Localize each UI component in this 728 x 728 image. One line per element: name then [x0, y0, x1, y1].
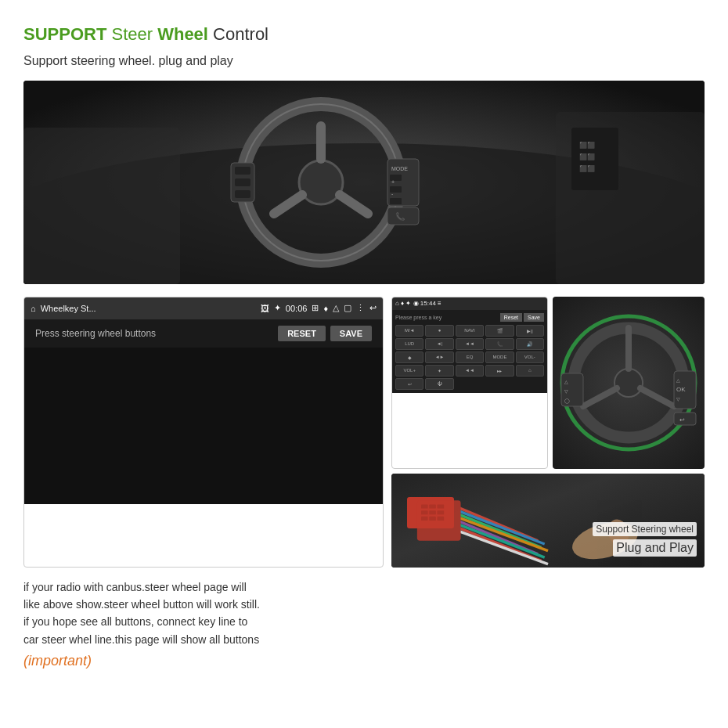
desc-line2: like above show.steer wheel button will …: [23, 598, 260, 611]
svg-text:⬛⬛: ⬛⬛: [579, 141, 595, 149]
grid-btn-shuffle[interactable]: ◄►: [425, 351, 453, 363]
title-wheel: Wheel: [157, 24, 208, 44]
grid-btn-eq[interactable]: EQ: [456, 351, 484, 363]
bluetooth-icon: ✦: [274, 303, 281, 313]
grid-btn-video[interactable]: 🎬: [485, 325, 514, 337]
svg-text:⬛⬛: ⬛⬛: [579, 164, 595, 172]
right-reset-button[interactable]: Reset: [500, 313, 522, 322]
svg-text:▽: ▽: [676, 397, 680, 402]
android-app-content: Press steering wheel buttons RESET SAVE: [24, 319, 383, 348]
home-icon: ⌂: [31, 304, 36, 313]
volume-icon: ♦: [323, 304, 328, 313]
bottom-section: ⌂ Wheelkey St... 🖼 ✦ 00:06 ⊞ ♦ △ ▢ ⋮ ↩ P…: [23, 297, 705, 568]
steering-circle-photo: △ OK ▽ ↩ △ ▽ ◯: [553, 297, 705, 469]
svg-text:↩: ↩: [679, 416, 685, 423]
svg-rect-11: [235, 178, 250, 186]
description-text: if your radio with canbus.steer wheel pa…: [23, 578, 384, 649]
left-android-panel: ⌂ Wheelkey St... 🖼 ✦ 00:06 ⊞ ♦ △ ▢ ⋮ ↩ P…: [23, 297, 384, 568]
app-title: Wheelkey St...: [41, 304, 256, 313]
svg-rect-57: [438, 510, 445, 514]
right-status-bar: ⌂ ♦ ✦ ◉ 15:44 ≡: [392, 297, 547, 310]
grid-btn-vol-up[interactable]: VOL+: [395, 365, 423, 377]
grid-btn-circle[interactable]: ●: [425, 325, 453, 337]
svg-text:◯: ◯: [564, 398, 570, 404]
back-icon: ↩: [369, 303, 377, 313]
svg-text:⬛⬛: ⬛⬛: [579, 153, 595, 160]
svg-rect-56: [429, 510, 436, 514]
function-button-grid: M/◄ ● NAVI 🎬 ▶|| LUD ◄| ◄◄ 📞 🔊 ◆ ◄►: [395, 325, 544, 390]
menu-icon: ⋮: [356, 303, 365, 313]
grid-btn-home[interactable]: ⌂: [516, 365, 544, 377]
android-black-content: [24, 348, 383, 504]
svg-text:△: △: [564, 380, 568, 384]
grid-btn-vol-down[interactable]: VOL-: [516, 351, 544, 363]
right-wiring-photo: Support Steering wheel Plug and Play: [391, 474, 705, 568]
svg-line-32: [583, 388, 617, 406]
title-control: Control: [208, 24, 268, 44]
right-panel: ⌂ ♦ ✦ ◉ 15:44 ≡ Please press a key Reset…: [391, 297, 705, 568]
svg-text:MODE: MODE: [391, 166, 408, 171]
svg-rect-23: [571, 128, 618, 190]
grid-btn-power[interactable]: ⏻: [425, 378, 453, 390]
grid-btn-m[interactable]: M/◄: [395, 325, 423, 337]
svg-line-31: [640, 388, 674, 406]
svg-point-29: [614, 369, 643, 397]
svg-rect-10: [235, 167, 250, 175]
important-label: (important): [23, 653, 384, 669]
support-steering-label: Support Steering wheel: [593, 522, 697, 536]
grid-btn-speaker[interactable]: 🔊: [516, 338, 544, 350]
please-press-key: Please press a key: [395, 315, 441, 320]
title-support: SUPPORT: [23, 24, 106, 44]
right-top-area: ⌂ ♦ ✦ ◉ 15:44 ≡ Please press a key Reset…: [391, 297, 705, 469]
svg-line-50: [457, 530, 548, 564]
title-steer: Steer: [106, 24, 157, 44]
svg-text:▽: ▽: [564, 389, 568, 394]
save-button[interactable]: SAVE: [330, 326, 372, 341]
grid-btn-phone[interactable]: 📞: [485, 338, 514, 350]
time-display: 00:06: [286, 304, 308, 313]
grid-btn-play[interactable]: ▶||: [516, 325, 544, 337]
page-title: SUPPORT Steer Wheel Control: [23, 23, 705, 46]
android-status-bar: ⌂ Wheelkey St... 🖼 ✦ 00:06 ⊞ ♦ △ ▢ ⋮ ↩: [24, 297, 383, 319]
image-icon: 🖼: [261, 304, 269, 313]
svg-rect-55: [421, 510, 428, 514]
right-app-content: Please press a key Reset Save M/◄ ● NAVI…: [392, 310, 547, 393]
grid-btn-bt[interactable]: ✦: [425, 365, 453, 377]
display-icon: ▢: [344, 303, 351, 313]
reset-button[interactable]: RESET: [278, 326, 326, 341]
svg-rect-2: [23, 128, 180, 284]
grid-btn-back[interactable]: ↩: [395, 378, 423, 390]
grid-btn-ff[interactable]: ◄◄: [456, 365, 484, 377]
grid-btn-navi[interactable]: NAVI: [456, 325, 484, 337]
svg-text:OK: OK: [676, 386, 686, 393]
subtitle-text: Support steering wheel. plug and play: [23, 54, 705, 68]
grid-btn-prev[interactable]: ◄|: [425, 338, 453, 350]
svg-rect-53: [429, 504, 436, 508]
desc-line1: if your radio with canbus.steer wheel pa…: [23, 581, 247, 593]
grid-btn-next[interactable]: ▸▸: [485, 365, 514, 377]
svg-rect-59: [429, 516, 436, 520]
plug-play-label: Plug and Play: [613, 539, 697, 557]
svg-rect-37: [674, 413, 696, 425]
grid-icon: ⊞: [312, 303, 319, 313]
grid-btn-mode[interactable]: MODE: [485, 351, 514, 363]
press-steering-text: Press steering wheel buttons: [35, 328, 156, 339]
right-save-button[interactable]: Save: [524, 313, 544, 322]
wiring-illustration: Support Steering wheel Plug and Play: [391, 474, 705, 568]
svg-rect-60: [438, 516, 445, 520]
desc-line3: if you hope see all buttons, connect key…: [23, 615, 247, 628]
svg-rect-52: [421, 504, 428, 508]
grid-btn-rew[interactable]: ◄◄: [456, 338, 484, 350]
svg-rect-58: [421, 516, 428, 520]
right-android-ui: ⌂ ♦ ✦ ◉ 15:44 ≡ Please press a key Reset…: [391, 297, 548, 469]
desc-line4: car steer whel line.this page will show …: [23, 633, 259, 646]
grid-btn-lud[interactable]: LUD: [395, 338, 423, 350]
page-container: SUPPORT Steer Wheel Control Support stee…: [0, 0, 728, 685]
grid-btn-diamond[interactable]: ◆: [395, 351, 423, 363]
right-app-title-bar: Please press a key Reset Save: [395, 313, 544, 322]
svg-rect-19: [390, 198, 402, 204]
svg-rect-54: [438, 504, 445, 508]
svg-text:△: △: [676, 378, 680, 383]
description-section: if your radio with canbus.steer wheel pa…: [23, 578, 705, 670]
svg-rect-12: [235, 190, 250, 198]
